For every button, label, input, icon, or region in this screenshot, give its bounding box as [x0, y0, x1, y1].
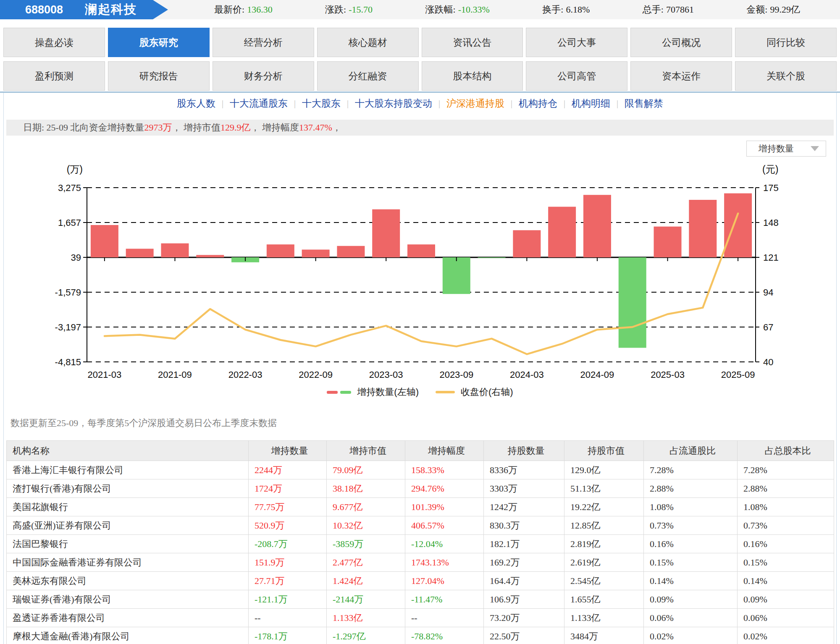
institution-name-cell: 美国花旗银行: [7, 498, 249, 516]
value-cell: 38.18亿: [327, 479, 405, 498]
value-cell: 0.06%: [644, 609, 738, 627]
nav-tab[interactable]: 分红融资: [317, 61, 419, 91]
nav-tab[interactable]: 操盘必读: [3, 28, 105, 57]
value-cell: 0.73%: [644, 516, 738, 535]
nav-tab[interactable]: 公司高管: [526, 61, 627, 91]
institution-name-cell: 香港上海汇丰银行有限公司: [7, 461, 249, 479]
nav-tab[interactable]: 关联个股: [735, 61, 837, 91]
value-cell: --: [249, 609, 327, 627]
data-note: 数据更新至25-09，每季度第5个沪深股通交易日公布上季度末数据: [10, 417, 836, 429]
nav-tab[interactable]: 财务分析: [213, 61, 314, 91]
nav-tab[interactable]: 股本结构: [422, 61, 523, 91]
value-cell: 127.04%: [405, 572, 484, 590]
subnav-link[interactable]: 机构明细: [572, 97, 610, 110]
value-cell: 22.50万: [484, 627, 564, 644]
date-bar-text: 2973万: [144, 122, 172, 133]
value-cell: 1.08%: [644, 498, 738, 516]
value-cell: 0.09%: [644, 590, 738, 609]
table-header-cell: 增持数量: [249, 441, 327, 461]
subnav-separator: |: [347, 99, 349, 108]
nav-tab[interactable]: 资讯公告: [422, 28, 523, 57]
value-cell: 0.73%: [738, 516, 834, 535]
tabs-row-1: 操盘必读股东研究经营分析核心题材资讯公告公司大事公司概况同行比较: [3, 28, 837, 57]
svg-text:-1,579: -1,579: [55, 287, 81, 298]
table-header-cell: 占总股本比: [738, 441, 834, 461]
subnav-link[interactable]: 限售解禁: [625, 97, 663, 110]
nav-tab[interactable]: 公司概况: [630, 28, 732, 57]
stat-item: 金额:99.29亿: [746, 3, 800, 16]
table-header-cell: 持股市值: [564, 441, 644, 461]
value-cell: -11.47%: [405, 590, 484, 609]
subnav-link[interactable]: 股东人数: [177, 97, 215, 110]
table-row: 美国花旗银行77.75万9.677亿101.39%1242万19.22亿1.08…: [7, 498, 834, 516]
nav-tab[interactable]: 经营分析: [213, 28, 314, 57]
metric-dropdown[interactable]: 增持数量: [746, 141, 826, 157]
value-cell: 101.39%: [405, 498, 484, 516]
svg-text:1,657: 1,657: [58, 217, 81, 228]
content-panel: 股东人数|十大流通股东|十大股东|十大股东持股变动|沪深港通持股|机构持仓|机构…: [3, 93, 837, 644]
value-cell: 2.619亿: [564, 553, 644, 572]
bar-legend-marks: [327, 391, 351, 394]
subnav-link[interactable]: 机构持仓: [519, 97, 557, 110]
tabs-row-2: 盈利预测研究报告财务分析分红融资股本结构公司高管资本运作关联个股: [3, 61, 837, 91]
stat-label: 金额:: [746, 4, 767, 15]
subnav-separator: |: [511, 99, 512, 108]
subnav-link[interactable]: 十大流通股东: [230, 97, 288, 110]
value-cell: 1.424亿: [327, 572, 405, 590]
value-cell: 51.13亿: [564, 479, 644, 498]
value-cell: 3303万: [484, 479, 564, 498]
subnav-separator: |: [294, 99, 296, 108]
value-cell: 0.14%: [738, 572, 834, 590]
value-cell: 0.16%: [644, 535, 738, 553]
nav-tab[interactable]: 资本运作: [630, 61, 732, 91]
nav-tab[interactable]: 股东研究: [108, 28, 210, 57]
table-row: 摩根大通金融(香港)有限公司-178.1万-1.297亿-78.82%22.50…: [7, 627, 834, 644]
subnav-link[interactable]: 十大股东持股变动: [355, 97, 432, 110]
date-bar-text: 137.47%: [299, 122, 332, 133]
value-cell: 1.655亿: [564, 590, 644, 609]
institution-name-cell: 美林远东有限公司: [7, 572, 249, 590]
nav-tab[interactable]: 公司大事: [526, 28, 627, 57]
subnav-link[interactable]: 十大股东: [302, 97, 341, 110]
value-cell: 2.88%: [644, 479, 738, 498]
value-cell: 106.9万: [484, 590, 564, 609]
table-header-cell: 占流通股比: [644, 441, 738, 461]
table-row: 渣打银行(香港)有限公司1724万38.18亿294.76%3303万51.13…: [7, 479, 834, 498]
nav-tab[interactable]: 同行比较: [735, 28, 837, 57]
value-cell: -178.1万: [249, 627, 327, 644]
stat-label: 总手:: [643, 4, 664, 15]
chevron-down-icon: [811, 146, 819, 151]
nav-tab[interactable]: 核心题材: [317, 28, 419, 57]
value-cell: 0.02%: [738, 627, 834, 644]
value-cell: -121.1万: [249, 590, 327, 609]
value-cell: 19.22亿: [564, 498, 644, 516]
value-cell: 2.819亿: [564, 535, 644, 553]
svg-text:2021-09: 2021-09: [158, 369, 192, 380]
nav-tab[interactable]: 盈利预测: [3, 61, 105, 91]
value-cell: 77.75万: [249, 498, 327, 516]
value-cell: 8336万: [484, 461, 564, 479]
svg-text:40: 40: [763, 357, 773, 367]
stat-value: 707861: [666, 4, 694, 15]
line-legend-icon: [436, 391, 455, 393]
red-dash-icon: [327, 391, 338, 394]
chart-canvas: 3,2751751,65714839121-1,57994-3,19767-4,…: [4, 136, 840, 404]
value-cell: 0.02%: [644, 627, 738, 644]
value-cell: 10.32亿: [327, 516, 405, 535]
value-cell: 3484万: [564, 627, 644, 644]
subnav-link[interactable]: 沪深港通持股: [446, 97, 504, 110]
table-header-cell: 增持幅度: [405, 441, 484, 461]
svg-text:(万): (万): [67, 164, 83, 175]
table-body: 香港上海汇丰银行有限公司2244万79.09亿158.33%8336万129.0…: [7, 461, 834, 644]
value-cell: 294.76%: [405, 479, 484, 498]
stat-label: 最新价:: [214, 4, 244, 15]
value-cell: 1.133亿: [564, 609, 644, 627]
date-bar-text: 日期: 25-09 北向资金增持数量: [23, 122, 144, 133]
value-cell: 7.28%: [738, 461, 834, 479]
svg-text:-3,197: -3,197: [55, 322, 81, 332]
value-cell: --: [405, 609, 484, 627]
institution-name-cell: 高盛(亚洲)证券有限公司: [7, 516, 249, 535]
table-row: 中国国际金融香港证券有限公司151.9万2.477亿1743.13%169.2万…: [7, 553, 834, 572]
value-cell: -78.82%: [405, 627, 484, 644]
nav-tab[interactable]: 研究报告: [108, 61, 210, 91]
